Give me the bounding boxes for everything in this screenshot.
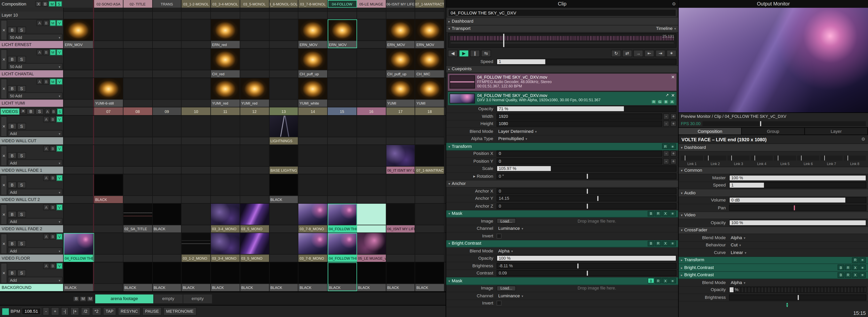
dashboard-link-2[interactable]: Link 2 xyxy=(704,153,726,165)
crossfader-a-button[interactable]: A xyxy=(43,146,49,152)
expand-icon[interactable]: ↗ xyxy=(665,93,669,97)
channel-dropdown[interactable]: Luminance▾ xyxy=(497,225,676,231)
group-bypass-button[interactable]: B xyxy=(27,108,35,114)
pan-slider[interactable] xyxy=(729,204,866,211)
column-header-06-isnt-my-life[interactable]: 06-ISNT MY LIFE xyxy=(386,0,415,8)
cuepoints-section-header[interactable]: ▸ Cuepoints xyxy=(446,66,678,73)
opacity-slider[interactable]: 71 % xyxy=(497,106,676,112)
timeline-scrubber[interactable]: 25.131 xyxy=(448,33,676,47)
clip-cell[interactable]: YUMI-6-still xyxy=(94,78,123,107)
clip-cell[interactable] xyxy=(415,8,445,19)
clip-cell[interactable] xyxy=(123,116,153,145)
clip-cell[interactable] xyxy=(357,49,386,77)
deck-tab-arena-footage[interactable]: arena footage xyxy=(95,294,153,303)
fps-slider[interactable] xyxy=(703,121,866,126)
opacity-slider[interactable]: 0 % xyxy=(729,287,866,293)
clip-cell[interactable] xyxy=(182,49,211,77)
layer-solo-button[interactable]: S xyxy=(17,182,26,188)
clip-cell[interactable] xyxy=(153,19,182,48)
layer-name[interactable]: VIDEO FLOOR xyxy=(0,255,63,262)
anchor-x-slider[interactable]: 0 xyxy=(497,188,676,194)
toolbar--button[interactable]: -| xyxy=(61,307,69,316)
anchor-z-slider[interactable]: 0 xyxy=(497,203,676,209)
composition-m-toggle[interactable]: M xyxy=(49,1,55,7)
crossfader-a-button[interactable]: A xyxy=(36,20,42,26)
header-b-button[interactable]: B xyxy=(838,272,844,278)
column-slot-15[interactable]: 15 xyxy=(328,107,357,115)
crossfader-b-button[interactable]: B xyxy=(50,116,56,122)
header--button[interactable]: ≡ xyxy=(859,265,866,270)
layer-solo-button[interactable]: S xyxy=(17,56,26,63)
clip-cell[interactable] xyxy=(94,8,123,19)
toolbar--button[interactable]: - xyxy=(42,307,49,316)
channel-b-button[interactable]: B xyxy=(663,99,669,104)
bounce-button[interactable]: ⇄ xyxy=(622,50,632,57)
rotation-slider[interactable]: 0 ° xyxy=(497,173,676,179)
blend-mode-dropdown[interactable]: Add▾ xyxy=(8,189,63,195)
clip-cell[interactable]: BLACK xyxy=(415,262,445,291)
header-x-button[interactable]: X xyxy=(662,241,669,246)
dashboard-link-7[interactable]: Link 7 xyxy=(820,153,842,165)
anchor-y-slider[interactable]: 14.15 xyxy=(497,196,676,202)
blend-mode-dropdown[interactable]: Add▾ xyxy=(8,247,63,254)
crossfader-b-button[interactable]: B xyxy=(50,146,56,152)
clip-cell[interactable]: YUMI_white xyxy=(299,78,328,107)
layer-name[interactable]: VIDEO WALL FADE 2 xyxy=(0,225,63,232)
layer-name[interactable]: Layer 10 xyxy=(0,12,63,19)
speed-slider[interactable]: 1 xyxy=(497,59,676,65)
anchor-section-header[interactable]: ▾Anchor xyxy=(446,180,678,188)
crossfader-section-header[interactable]: ▾CrossFader xyxy=(679,227,868,234)
crossfader-b-button[interactable]: B xyxy=(43,78,49,85)
clip-cell[interactable]: CH_puff_up xyxy=(299,49,328,77)
clip-cell[interactable] xyxy=(123,233,153,262)
clip-cell[interactable] xyxy=(357,145,386,174)
clip-cell[interactable]: BLACK xyxy=(240,262,270,291)
clip-cell[interactable] xyxy=(299,145,328,174)
clip-cell[interactable]: YUMI_red xyxy=(240,78,270,107)
clip-cell[interactable]: BLACK xyxy=(182,262,211,291)
layer-v-toggle[interactable]: V xyxy=(56,116,62,122)
clip-cell[interactable]: BLACK xyxy=(386,262,415,291)
column-header-07-1-mantract[interactable]: 07_1-MANTRACT xyxy=(415,0,445,8)
clip-cell[interactable] xyxy=(269,8,299,19)
width-decrement-button[interactable]: - xyxy=(663,113,669,119)
dashboard-link-5[interactable]: Link 5 xyxy=(774,153,796,165)
clip-cell[interactable]: 03_5_MONO xyxy=(240,233,270,262)
header-b-button[interactable]: B xyxy=(648,278,654,283)
position-x-increment-button[interactable]: + xyxy=(670,151,676,157)
playhead-marker[interactable] xyxy=(503,34,504,47)
blend-mode-dropdown[interactable]: Add▾ xyxy=(8,159,63,166)
header-b-button[interactable]: B xyxy=(648,211,654,216)
deck-m-button[interactable]: M xyxy=(80,296,86,302)
clip-cell[interactable] xyxy=(328,145,357,174)
clip-cell[interactable] xyxy=(123,78,153,107)
contrast-slider[interactable]: 0.09 xyxy=(497,271,676,277)
clip-cell[interactable] xyxy=(269,204,299,232)
layer-bypass-button[interactable]: B xyxy=(8,85,17,92)
column-slot-18[interactable]: 18 xyxy=(415,107,445,115)
scroll-arrows-icon[interactable]: ▲▼ xyxy=(785,302,789,308)
crossfader-b-button[interactable]: B xyxy=(43,50,49,55)
layer-name[interactable]: LICHT CHANTAL xyxy=(0,70,63,77)
header-x-button[interactable]: X xyxy=(852,272,859,278)
crossfader-b-button[interactable]: B xyxy=(50,204,56,210)
deck-m-button[interactable]: M xyxy=(87,296,94,302)
header-x-button[interactable]: X xyxy=(662,211,669,216)
common-section-header[interactable]: ▾Common xyxy=(679,167,868,174)
layer-solo-button[interactable]: S xyxy=(17,123,26,130)
composition-b-button[interactable]: B xyxy=(42,1,48,7)
clip-cell[interactable]: ERN_MOV xyxy=(299,19,328,48)
close-icon[interactable]: ✕ xyxy=(671,75,675,80)
clear-layer-button[interactable]: ✕ xyxy=(1,175,7,195)
column-slot-11[interactable]: 11 xyxy=(211,107,240,115)
toolbar--button[interactable]: + xyxy=(51,307,59,316)
clip-cell[interactable] xyxy=(182,8,211,19)
play-button[interactable]: ▶ xyxy=(459,50,469,57)
opacity-slider[interactable]: 100 % xyxy=(729,220,866,226)
clip-cell[interactable]: 03_3-4_MONO xyxy=(211,204,240,232)
header-r-button[interactable]: R xyxy=(852,257,859,263)
clip-cell[interactable] xyxy=(240,8,270,19)
header-r-button[interactable]: R xyxy=(655,211,661,216)
clip-cell[interactable]: BLACK xyxy=(269,175,299,203)
dashboard-link-1[interactable]: Link 1 xyxy=(681,153,703,165)
